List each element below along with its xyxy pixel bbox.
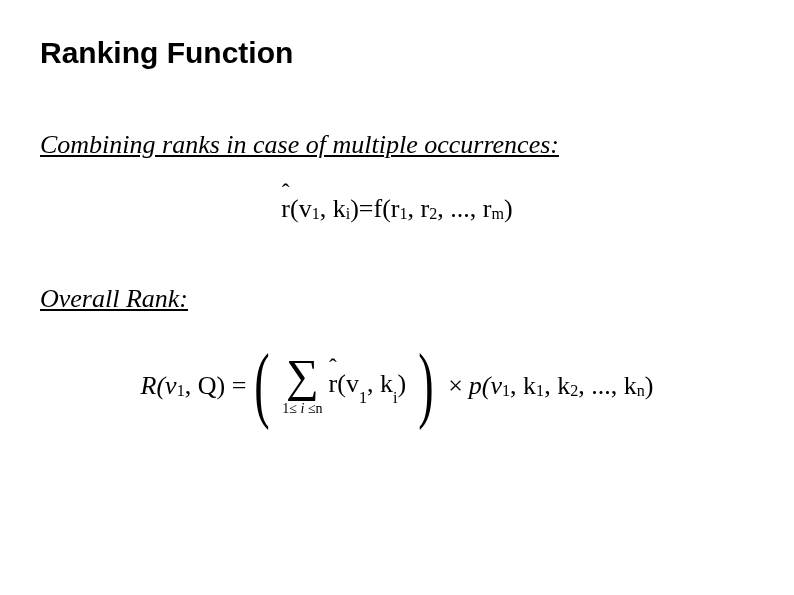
r1-sub: 1 (400, 205, 408, 223)
p-dots: , ..., k (578, 371, 637, 401)
rm-sub: m (491, 205, 504, 223)
lv-sub: 1 (177, 382, 185, 400)
sep2: , ..., r (437, 194, 491, 224)
pk1-sub: 1 (536, 382, 544, 400)
times-icon: × (448, 371, 463, 401)
page-title: Ranking Function (40, 36, 754, 70)
paren-left-icon: ( (255, 346, 270, 422)
formula-combining-math: ˆ r (v1, ki) = f(r1, r2, ..., rm) (281, 194, 512, 224)
hat-mark2: ˆ (329, 356, 337, 379)
limit-var: i (297, 401, 308, 416)
bk-sub: i (393, 389, 397, 406)
formula-combining: ˆ r (v1, ki) = f(r1, r2, ..., rm) (40, 194, 754, 224)
body-mid: , k (367, 369, 393, 398)
rhs-close: ) (504, 194, 513, 224)
p-k2: , k (544, 371, 570, 401)
limit-post: ≤n (308, 401, 323, 416)
lhs-open: (v (290, 194, 312, 224)
bv-sub: 1 (359, 389, 367, 406)
big-paren-group: ( ∑ 1≤ i ≤n ˆ r (v1, ki) (248, 348, 440, 424)
p-close: ) (645, 371, 654, 401)
section-overall-label: Overall Rank: (40, 284, 754, 314)
paren-right-icon: ) (418, 346, 433, 422)
sep1: , r (408, 194, 430, 224)
lhs-R: R(v (141, 371, 177, 401)
body-open: (v (337, 369, 359, 398)
section-combining-label: Combining ranks in case of multiple occu… (40, 130, 754, 160)
limit-pre: 1≤ (282, 401, 297, 416)
document-page: Ranking Function Combining ranks in case… (0, 0, 794, 595)
p-k1: , k (510, 371, 536, 401)
p-pre: p(v (469, 371, 502, 401)
sum-limit: 1≤ i ≤n (282, 401, 322, 418)
formula-overall: R(v1, Q) = ( ∑ 1≤ i ≤n ˆ r (v1, ki) (40, 348, 754, 424)
ki-sub: i (346, 205, 350, 223)
body-close: ) (397, 369, 406, 398)
lhs-close: ) (350, 194, 359, 224)
v1-sub: 1 (312, 205, 320, 223)
summand: ˆ r (v1, ki) (329, 369, 407, 402)
pkn-sub: n (637, 382, 645, 400)
rhat2: ˆ r (329, 369, 338, 399)
formula-overall-math: R(v1, Q) = ( ∑ 1≤ i ≤n ˆ r (v1, ki) (141, 348, 654, 424)
eq: = (359, 194, 374, 224)
rhs-f: f(r (374, 194, 400, 224)
hat-mark: ˆ (282, 181, 290, 204)
summation: ∑ 1≤ i ≤n (282, 353, 322, 418)
pv-sub: 1 (502, 382, 510, 400)
r2-sub: 2 (429, 205, 437, 223)
lhs-mid2: , Q) = (185, 371, 247, 401)
sigma-icon: ∑ (286, 353, 319, 399)
rhat: ˆ r (281, 194, 290, 224)
sum-body: ∑ 1≤ i ≤n ˆ r (v1, ki) (276, 348, 412, 424)
lhs-mid: , k (320, 194, 346, 224)
pk2-sub: 2 (570, 382, 578, 400)
